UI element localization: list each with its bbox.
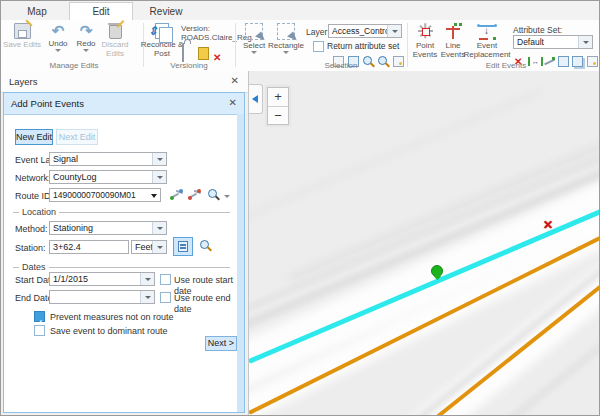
station-unit-combobox[interactable]: Feet: [131, 240, 167, 254]
chevron-down-icon: [283, 51, 289, 54]
version-changes-button[interactable]: [198, 47, 209, 60]
layer-label: Layer:: [306, 27, 330, 37]
attribute-set-label: Attribute Set:: [513, 25, 562, 35]
chevron-down-icon: [152, 153, 166, 165]
collapse-panel-tab[interactable]: [249, 84, 263, 114]
chevron-down-icon: [83, 49, 89, 52]
chevron-down-icon: [55, 49, 61, 52]
attribute-set-combobox[interactable]: Default: [513, 35, 593, 49]
next-button[interactable]: Next >: [205, 336, 237, 351]
line-events-icon: [445, 23, 462, 40]
reconcile-icon: ⇕: [155, 23, 169, 39]
event-replacement-button[interactable]: ↓ Event Replacement: [463, 23, 511, 59]
road-texture: [249, 88, 543, 225]
redo-icon: ↷: [80, 23, 93, 38]
new-edit-button[interactable]: New Edit: [15, 129, 53, 145]
magnifier-icon: [200, 240, 212, 252]
network-label: Network:: [15, 173, 51, 184]
chevron-down-icon[interactable]: [224, 195, 230, 198]
event-options-icon[interactable]: [587, 56, 598, 67]
undo-icon: ↶: [52, 23, 65, 38]
event-layer-combobox[interactable]: Signal: [49, 152, 167, 166]
pick-station-on-map-button[interactable]: [173, 237, 193, 256]
save-dominant-checkbox[interactable]: [34, 325, 45, 336]
zoom-to-route-button[interactable]: [208, 189, 220, 201]
chevron-down-icon: [152, 171, 166, 183]
route-id-label: Route ID:: [15, 191, 53, 202]
group-label-versioning: Versioning: [144, 61, 234, 70]
dates-section-separator: Dates: [13, 262, 230, 272]
clear-selection-icon[interactable]: [393, 56, 404, 67]
prevent-measures-label: Prevent measures not on route: [50, 312, 174, 323]
app-window: Map Edit Review Save Edits ↶ Undo ↷ Redo…: [0, 0, 600, 416]
return-attribute-set-checkbox[interactable]: [313, 41, 324, 52]
chevron-down-icon: [251, 51, 257, 54]
version-lock-button[interactable]: [182, 44, 184, 62]
layers-panel-header: Layers ✕: [1, 71, 248, 93]
select-route-on-map-button[interactable]: [170, 188, 183, 201]
version-label: Version:: [181, 24, 210, 33]
use-route-start-date-checkbox[interactable]: [160, 274, 171, 285]
next-edit-button[interactable]: Next Edit: [56, 129, 98, 145]
start-date-input[interactable]: 1/1/2015: [49, 272, 155, 286]
station-location-marker[interactable]: ✕: [543, 219, 553, 231]
ribbon: Save Edits ↶ Undo ↷ Redo Discard Edits M…: [1, 20, 599, 72]
panel-right-gutter: [237, 114, 244, 412]
close-icon[interactable]: ✕: [231, 75, 239, 86]
add-point-events-title: Add Point Events: [11, 98, 84, 109]
magnifier-icon: [208, 189, 220, 201]
end-date-input[interactable]: [49, 290, 155, 304]
layer-combobox[interactable]: Access_Control: [328, 24, 402, 38]
zoom-to-station-button[interactable]: [200, 240, 212, 252]
lock-icon: [182, 43, 184, 62]
add-point-events-panel: Add Point Events ✕ New Edit Next Edit Ev…: [3, 92, 245, 413]
trash-icon: [109, 25, 122, 39]
add-point-events-header: Add Point Events ✕: [4, 93, 244, 115]
tab-edit[interactable]: Edit: [69, 2, 133, 22]
chevron-down-icon: [387, 25, 401, 37]
chevron-down-icon: [140, 273, 154, 285]
group-label-manage-edits: Manage Edits: [29, 61, 119, 70]
tab-review[interactable]: Review: [135, 3, 197, 20]
rectangle-tool-button[interactable]: Rectangle: [266, 23, 306, 54]
select-route-red-button[interactable]: [188, 188, 201, 201]
chevron-down-icon: [151, 194, 157, 198]
location-section-separator: Location: [13, 207, 230, 217]
use-route-end-date-checkbox[interactable]: [160, 292, 171, 303]
method-combobox[interactable]: Stationing: [49, 221, 167, 235]
station-label: Station:: [15, 243, 46, 254]
map-zoom-control: + −: [267, 87, 289, 125]
reconcile-post-button[interactable]: ⇕ Reconcile & Post: [140, 23, 184, 58]
chevron-down-icon: [140, 291, 154, 303]
close-icon[interactable]: ✕: [229, 97, 237, 108]
network-combobox[interactable]: CountyLog: [49, 170, 167, 184]
event-tables-icon[interactable]: [572, 56, 583, 67]
map-view[interactable]: ✕ + −: [249, 71, 599, 415]
method-label: Method:: [15, 224, 48, 235]
chevron-down-icon: [578, 36, 592, 48]
point-event-marker[interactable]: [431, 265, 443, 277]
tab-map[interactable]: Map: [9, 3, 65, 20]
save-icon: [14, 23, 31, 39]
group-label-edit-events: Edit Events: [461, 61, 551, 70]
discard-edits-button[interactable]: Discard Edits: [93, 23, 137, 58]
zoom-out-button[interactable]: −: [268, 106, 288, 124]
chevron-down-icon: [152, 241, 166, 253]
use-route-end-date-label: Use route end date: [174, 293, 244, 315]
zoom-in-button[interactable]: +: [268, 88, 288, 106]
ribbon-tab-strip: Map Edit Review: [1, 1, 599, 21]
select-cursor-icon: [245, 23, 263, 40]
save-edits-button[interactable]: Save Edits: [2, 23, 42, 49]
group-label-selection: Selection: [296, 61, 386, 70]
event-table-icon[interactable]: [558, 56, 569, 67]
layers-panel-title: Layers: [9, 76, 38, 87]
route-id-combobox[interactable]: 14900000700090M01: [49, 188, 161, 202]
event-replacement-icon: ↓: [477, 23, 497, 40]
save-dominant-label: Save event to dominant route: [50, 326, 168, 337]
yellow-page-icon: [198, 47, 209, 60]
chevron-down-icon: [152, 222, 166, 234]
station-input[interactable]: 3+62.4: [49, 240, 129, 254]
rectangle-select-icon: [277, 23, 295, 40]
prevent-measures-checkbox[interactable]: [34, 311, 45, 322]
return-attribute-set-label: Return attribute set: [327, 41, 399, 52]
